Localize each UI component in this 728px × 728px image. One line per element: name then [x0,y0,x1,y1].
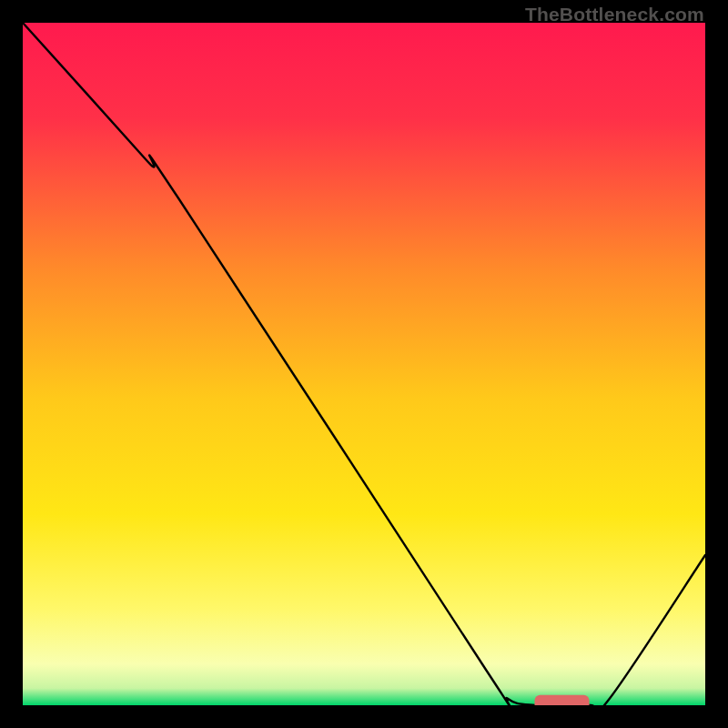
gradient-background [23,23,705,705]
plot-area [23,23,705,705]
chart-container: TheBottleneck.com [0,0,728,728]
bottleneck-chart [23,23,705,705]
optimal-marker [535,695,590,705]
